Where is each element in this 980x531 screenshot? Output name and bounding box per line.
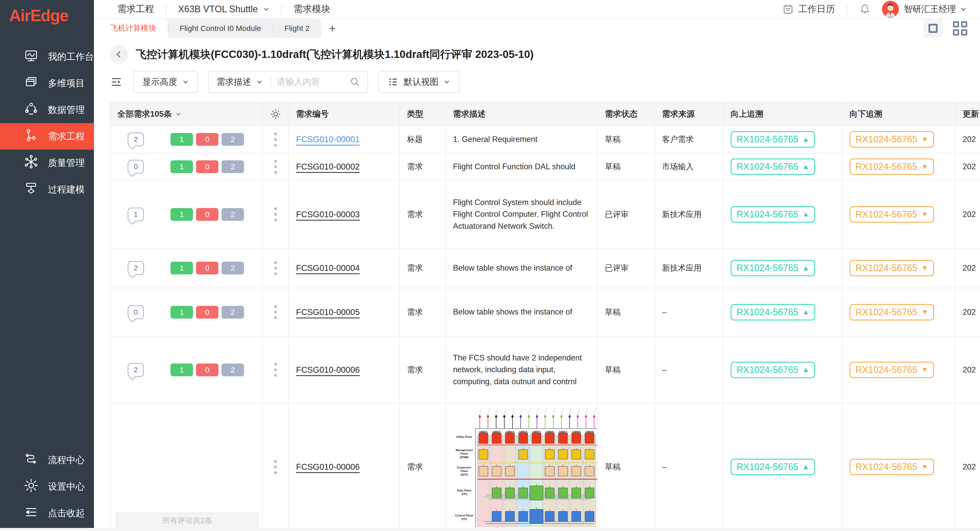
work-calendar-button[interactable]: 工作日历 xyxy=(783,3,835,15)
sidebar-item-collapse-sidebar[interactable]: 点击收起 xyxy=(0,500,94,526)
all-comments-button[interactable]: 所有评论共2条 xyxy=(116,513,259,528)
status-label: 草稿 xyxy=(605,134,620,145)
bottom-scrollbar-track[interactable] xyxy=(0,528,980,531)
back-button[interactable] xyxy=(110,45,128,64)
requirement-id-link[interactable]: FCSG010-00004 xyxy=(296,263,360,273)
row-menu-cell xyxy=(262,126,289,153)
dot xyxy=(274,160,277,163)
requirement-id-link[interactable]: FCSG010-00005 xyxy=(296,307,360,317)
sidebar-item-quality[interactable]: 质量管理 xyxy=(0,150,94,176)
trace-up-chip[interactable]: RX1024-56765▲ xyxy=(731,304,815,321)
search-input[interactable] xyxy=(271,77,348,87)
trace-down-chip[interactable]: RX1024-56765▼ xyxy=(850,362,934,378)
chevron-down-icon xyxy=(263,6,269,13)
user-name: 智研汇王经理 xyxy=(904,3,956,15)
trace-up-chip[interactable]: RX1024-56765▲ xyxy=(731,158,815,175)
source-label: 客户需求 xyxy=(662,134,694,145)
comment-bubble[interactable]: 0 xyxy=(127,160,144,174)
comment-bubble[interactable]: 2 xyxy=(127,261,144,275)
sidebar-item-projects[interactable]: 多维项目 xyxy=(0,70,94,97)
add-tab-button[interactable]: + xyxy=(329,19,336,38)
trace-down-chip[interactable]: RX1024-56765▼ xyxy=(850,304,934,321)
source-label: – xyxy=(662,308,667,317)
updated-value: 202 xyxy=(963,263,976,273)
header-id[interactable]: 需求编号 xyxy=(289,103,400,126)
trace-up-chip[interactable]: RX1024-56765▲ xyxy=(731,362,815,378)
sidebar-item-flow-center[interactable]: 流程中心 xyxy=(0,447,94,473)
trace-up-chip[interactable]: RX1024-56765▲ xyxy=(731,206,815,223)
requirement-id-link[interactable]: FCSG010-00003 xyxy=(296,210,360,219)
trace-up-chip[interactable]: RX1024-56765▲ xyxy=(731,131,815,148)
type-cell: 需求 xyxy=(400,288,446,337)
tab-1[interactable]: 飞机计算模块 xyxy=(99,19,168,38)
nav-item-requirements[interactable]: 需求工程 xyxy=(118,3,154,15)
trace-up-chip[interactable]: RX1024-56765▲ xyxy=(731,260,815,276)
triangle-up-icon: ▲ xyxy=(802,463,809,471)
table-row: 0102FCSG010-00002需求Flight Control Functi… xyxy=(110,153,980,181)
trace-down-chip[interactable]: RX1024-56765▼ xyxy=(850,459,934,475)
sidebar-bottom-menu: 流程中心设置中心点击收起 xyxy=(0,447,94,526)
chevron-down-icon[interactable] xyxy=(960,6,967,13)
header-source[interactable]: 需求来源 xyxy=(655,103,724,126)
updated-value: 202 xyxy=(963,365,976,375)
trace-down-cell: RX1024-56765▼ xyxy=(842,337,956,403)
row-menu-button[interactable] xyxy=(272,360,280,380)
row-menu-button[interactable] xyxy=(272,157,280,176)
row-menu-button[interactable] xyxy=(272,458,280,477)
table-header-row: 全部需求105条 需求编号 类型 需求描述 需求状态 需求来源 向上追溯 向下追… xyxy=(110,103,980,126)
row-menu-button[interactable] xyxy=(272,303,280,322)
requirement-id-link[interactable]: FCSG010-00006 xyxy=(296,462,360,472)
trace-down-chip[interactable]: RX1024-56765▼ xyxy=(850,206,934,223)
expand-rows-button[interactable] xyxy=(110,75,123,89)
grid-view-toggle[interactable] xyxy=(953,21,967,35)
type-label: 需求 xyxy=(407,365,423,375)
requirement-id-link[interactable]: FCSG010-00001 xyxy=(296,134,360,144)
calendar-icon xyxy=(783,3,794,15)
header-summary[interactable]: 全部需求105条 xyxy=(110,103,262,126)
requirement-id-link[interactable]: FCSG010-00002 xyxy=(296,162,360,172)
trace-down-chip[interactable]: RX1024-56765▼ xyxy=(850,260,934,276)
search-field-dropdown[interactable]: 需求描述 xyxy=(209,76,270,88)
sidebar-item-data-management[interactable]: 数据管理 xyxy=(0,97,94,123)
comment-bubble[interactable]: 1 xyxy=(127,207,144,221)
description-text: Flight Control Function DAL should xyxy=(453,161,576,173)
row-height-dropdown[interactable]: 显示高度 xyxy=(133,71,198,93)
comments-cell: 1102 xyxy=(110,181,262,249)
header-trace-up[interactable]: 向上追溯 xyxy=(724,103,842,126)
row-menu-button[interactable] xyxy=(272,205,280,224)
row-menu-button[interactable] xyxy=(272,258,280,278)
notifications-button[interactable] xyxy=(859,3,871,15)
header-type[interactable]: 类型 xyxy=(400,103,446,126)
comment-bubble[interactable]: 2 xyxy=(127,132,144,146)
header-status[interactable]: 需求状态 xyxy=(598,103,655,126)
trace-down-chip[interactable]: RX1024-56765▼ xyxy=(850,131,934,148)
header-desc[interactable]: 需求描述 xyxy=(446,103,598,126)
user-avatar[interactable] xyxy=(882,1,899,18)
requirements-table: 全部需求105条 需求编号 类型 需求描述 需求状态 需求来源 向上追溯 向下追… xyxy=(110,102,980,531)
row-menu-button[interactable] xyxy=(272,130,280,149)
header-trace-down[interactable]: 向下追溯 xyxy=(842,103,956,126)
single-view-toggle[interactable] xyxy=(923,19,943,38)
sidebar-item-workbench[interactable]: 我的工作台 xyxy=(0,43,94,70)
search-button[interactable] xyxy=(348,76,368,88)
sidebar-item-settings[interactable]: 设置中心 xyxy=(0,473,94,500)
topbar: 需求工程 X63B VTOL Shuttle 需求模块 工作日历 xyxy=(94,0,980,19)
requirement-id-link[interactable]: FCSG010-00006 xyxy=(296,365,360,375)
tab-3[interactable]: Flight 2 xyxy=(273,19,321,38)
tab-2[interactable]: Flight Control I0 Module xyxy=(168,19,273,38)
comment-bubble[interactable]: 2 xyxy=(127,363,144,377)
trace-up-chip[interactable]: RX1024-56765▲ xyxy=(731,459,815,475)
comment-bubble[interactable]: 0 xyxy=(127,305,144,319)
sidebar-item-requirements[interactable]: 需求工程 xyxy=(0,123,94,150)
table-row: 1102FCSG010-00003需求Flight Control System… xyxy=(110,181,980,249)
trace-up-cell: RX1024-56765▲ xyxy=(724,288,842,337)
view-selector-dropdown[interactable]: 默认视图 xyxy=(378,71,460,93)
nav-item-requirement-module[interactable]: 需求模块 xyxy=(293,3,330,15)
project-switcher[interactable]: X63B VTOL Shuttle xyxy=(178,4,269,14)
header-column-settings[interactable] xyxy=(262,103,289,126)
trace-down-chip[interactable]: RX1024-56765▼ xyxy=(850,158,934,175)
header-updated[interactable]: 更新 xyxy=(956,103,980,126)
comments-cell: 2102 xyxy=(110,337,262,403)
sidebar-item-process-modeling[interactable]: 过程建模 xyxy=(0,176,94,203)
source-cell: – xyxy=(655,288,724,337)
